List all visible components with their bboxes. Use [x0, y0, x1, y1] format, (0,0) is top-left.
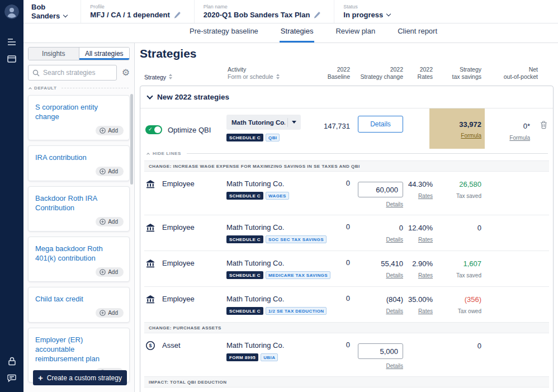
- rates-link[interactable]: Rates: [418, 237, 433, 243]
- tab-review-plan[interactable]: Review plan: [334, 27, 376, 42]
- details-button[interactable]: Details: [358, 116, 403, 133]
- collapse-group-icon[interactable]: [146, 93, 153, 99]
- edit-plan-icon[interactable]: [314, 12, 320, 18]
- plan-cards-icon[interactable]: [0, 50, 23, 67]
- plan-name-value: 2020-Q1 Bob Sanders Tax Plan: [204, 11, 310, 19]
- tab-pre-strategy-baseline[interactable]: Pre-strategy baseline: [188, 27, 259, 42]
- add-strategy-button[interactable]: Add: [96, 267, 124, 277]
- plus-icon: +: [38, 374, 43, 382]
- row-activity-label: Asset: [162, 341, 181, 369]
- profile-label: Profile: [90, 4, 181, 10]
- col-net-out-of-pocket: Net out-of-pocket: [481, 66, 538, 81]
- col-baseline: 2022 Baseline: [310, 66, 350, 81]
- baseline-value: 0: [310, 179, 350, 207]
- tab-insights[interactable]: Insights: [29, 48, 79, 60]
- search-input[interactable]: [28, 65, 117, 81]
- add-strategy-button[interactable]: Add: [96, 308, 124, 318]
- edit-profile-icon[interactable]: [174, 12, 181, 18]
- rates-link[interactable]: Rates: [418, 308, 433, 314]
- lock-icon[interactable]: [0, 353, 23, 370]
- baseline-value: 147,731: [310, 114, 350, 141]
- strategy-change-input[interactable]: [358, 182, 403, 197]
- user-last-name: Sanders: [31, 12, 60, 20]
- profile-value: MFJ / CA / 1 dependent: [90, 11, 170, 19]
- status-dropdown[interactable]: Status In progress: [334, 0, 404, 23]
- add-label: Add: [108, 269, 118, 275]
- row-activity-label: Employee: [162, 258, 195, 279]
- tax-savings-value: 33,972: [459, 120, 481, 129]
- delete-strategy-button[interactable]: [538, 114, 547, 131]
- details-link[interactable]: Details: [386, 363, 403, 369]
- hide-lines-toggle[interactable]: HIDE LINES: [144, 149, 549, 160]
- add-label: Add: [108, 219, 118, 225]
- rate-value: 2.90%: [412, 259, 433, 268]
- col-strategy-label: Strategy: [144, 74, 166, 81]
- strategy-enabled-toggle[interactable]: [145, 125, 162, 134]
- details-link[interactable]: Details: [386, 308, 403, 314]
- tab-client-report[interactable]: Client report: [396, 27, 438, 42]
- strategy-card-title[interactable]: Employer (ER) accountable reimbursement …: [35, 335, 124, 363]
- settings-gear-icon[interactable]: ⚙: [122, 68, 130, 77]
- chevron-up-icon: [29, 87, 32, 91]
- col-baseline-year: 2022: [310, 66, 350, 73]
- plan-nav-tabs: Pre-strategy baseline Strategies Review …: [23, 23, 558, 43]
- baseline-value: 0: [310, 294, 350, 315]
- avatar[interactable]: [4, 4, 19, 19]
- chat-icon[interactable]: [0, 370, 23, 386]
- sort-strategy-icon[interactable]: [169, 74, 172, 79]
- tab-all-strategies[interactable]: All strategies: [79, 48, 130, 60]
- col-rates: 2022 Rates: [403, 66, 433, 81]
- add-strategy-button[interactable]: Add: [96, 126, 124, 135]
- line-item-badge: WAGES: [266, 192, 289, 200]
- strategies-sidebar: Insights All strategies ⚙ DEFAULT S corp…: [23, 43, 135, 392]
- table-column-headers: Strategy Activity Form or schedule 2022 …: [140, 66, 554, 86]
- strategy-card-title[interactable]: IRA contribution: [35, 153, 124, 162]
- svg-text:$: $: [149, 343, 152, 348]
- create-custom-strategy-button[interactable]: + Create a custom strategy: [33, 370, 127, 385]
- strategy-card-title[interactable]: S corporation entity change: [35, 102, 124, 121]
- details-link[interactable]: Details: [386, 272, 403, 278]
- sidebar-tabs: Insights All strategies: [28, 47, 130, 60]
- add-strategy-button[interactable]: Add: [96, 167, 124, 176]
- circle-plus-icon: [100, 168, 106, 174]
- building-icon: [145, 258, 155, 279]
- section-header-assets: CHANGE: PURCHASE ASSETS: [144, 322, 549, 333]
- left-rail: [0, 0, 23, 392]
- strategy-card-title[interactable]: Mega backdoor Roth 401(k) contribution: [35, 244, 124, 263]
- details-link[interactable]: Details: [386, 201, 403, 207]
- tax-savings-value: 0: [477, 224, 481, 232]
- search-row: ⚙: [28, 65, 130, 81]
- company-name: Math Tutoring Co.: [226, 295, 310, 303]
- tab-strategies[interactable]: Strategies: [280, 27, 315, 42]
- company-dropdown[interactable]: Math Tutoring Co.: [226, 115, 301, 130]
- company-name: Math Tutoring Co.: [226, 223, 310, 232]
- building-icon: [145, 223, 155, 243]
- status-label: Status: [343, 4, 390, 10]
- formula-link[interactable]: Formula: [461, 133, 481, 139]
- building-icon: [145, 294, 155, 315]
- panel-scrollbar-thumb[interactable]: [130, 94, 133, 185]
- sort-activity-icon[interactable]: [276, 74, 280, 79]
- col-activity-sublabel: Form or schedule: [228, 73, 273, 81]
- hide-lines-label: HIDE LINES: [153, 151, 181, 156]
- rates-link[interactable]: Rates: [418, 193, 433, 199]
- details-link[interactable]: Details: [386, 237, 403, 243]
- strategy-list-icon[interactable]: [0, 34, 23, 50]
- form-badge: FORM 8995: [226, 353, 258, 361]
- baseline-value: 0: [310, 341, 350, 369]
- strategy-change-input[interactable]: [358, 343, 403, 359]
- strategy-card: Backdoor Roth IRA Contribution Add: [28, 186, 130, 232]
- col-tax-savings: Strategy tax savings: [433, 66, 481, 81]
- strategy-card-title[interactable]: Backdoor Roth IRA Contribution: [35, 193, 124, 212]
- formula-link[interactable]: Formula: [509, 135, 530, 141]
- user-menu[interactable]: Bob Sanders: [23, 0, 81, 23]
- baseline-value: 0: [310, 258, 350, 279]
- section-header-wages: CHANGE: INCREASE WAGE EXPENSE FOR MAXIMI…: [144, 160, 549, 172]
- strategy-card-title[interactable]: Child tax credit: [35, 294, 124, 304]
- add-strategy-button[interactable]: Add: [96, 217, 124, 226]
- table-row: Employee Math Tutoring Co. SCHEDULE C SO…: [144, 215, 549, 251]
- rates-link[interactable]: Rates: [418, 272, 433, 278]
- strategy-name: Optimize QBI: [168, 126, 211, 134]
- col-strategy-change: 2022 Strategy change: [350, 66, 403, 81]
- default-group-toggle[interactable]: DEFAULT: [29, 86, 129, 91]
